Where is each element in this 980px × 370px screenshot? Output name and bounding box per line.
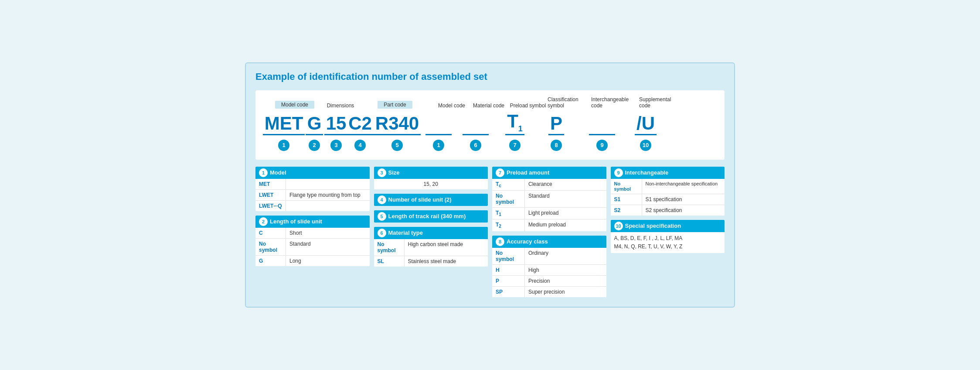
table-row: T2 Medium preload: [492, 219, 606, 231]
model-table: 1 Model MET LWET Flange type mounting fr…: [255, 167, 370, 211]
label-model-code-1: Model code: [264, 101, 325, 109]
interchangeable-header: 9 Interchangeable: [611, 167, 725, 179]
preload-amount-table: 7 Preload amount Tc Clearance No symbol …: [492, 167, 606, 231]
table-row: H High: [492, 265, 606, 276]
code-blank-9: [578, 115, 626, 135]
table-row: T1 Light preload: [492, 208, 606, 219]
material-type-header: 6 Material type: [374, 227, 488, 239]
table-row: No symbol Non-interchangeable specificat…: [611, 179, 725, 194]
interchangeable-table: 9 Interchangeable No symbol Non-intercha…: [611, 167, 725, 216]
table-row: 15, 20: [374, 179, 488, 189]
track-rail-length-header: 5 Length of track rail (340 mm): [374, 210, 488, 223]
special-spec-table: 10 Special specification A, BS, D, E, F,…: [611, 220, 725, 253]
diagram-section: Model code Dimensions Part code Model co…: [255, 90, 725, 159]
special-spec-header: 10 Special specification: [611, 220, 725, 232]
code-p: P: [534, 113, 578, 135]
num-10: 10: [626, 140, 665, 151]
num-1-met: 1: [264, 140, 303, 151]
accuracy-class-header: 8 Accuracy class: [492, 236, 606, 248]
code-blank-1: [421, 115, 456, 135]
num-3: 3: [325, 140, 347, 151]
num-1-blank: 1: [421, 140, 456, 151]
label-preload-symbol: Preload symbol: [508, 103, 548, 109]
model-table-header: 1 Model: [255, 167, 370, 179]
table-row: S1 S1 specification: [611, 194, 725, 205]
code-t1: T1: [495, 111, 534, 135]
table-row: SL Stainless steel made: [374, 256, 488, 267]
code-met: MET: [264, 113, 303, 135]
table-row: No symbol Standard: [255, 239, 370, 256]
size-table: 3 Size 15, 20: [374, 167, 488, 189]
material-type-table: 6 Material type No symbol High carbon st…: [374, 227, 488, 267]
num-8: 8: [534, 140, 578, 151]
slide-unit-length-table: 2 Length of slide unit C Short No symbol…: [255, 216, 370, 266]
table-row: No symbol Ordinary: [492, 248, 606, 265]
num-9: 9: [578, 140, 626, 151]
table-row: LWET Flange type mounting from top: [255, 190, 370, 201]
table-row: Tc Clearance: [492, 179, 606, 191]
num-slide-unit-header: 4 Number of slide unit (2): [374, 194, 488, 206]
main-container: Example of identification number of asse…: [245, 62, 735, 307]
table-row: C Short: [255, 228, 370, 239]
table-row: S2 S2 specification: [611, 205, 725, 216]
label-dimensions: Dimensions: [325, 103, 356, 109]
page-title: Example of identification number of asse…: [255, 71, 725, 82]
table-row: MET: [255, 179, 370, 190]
label-material-code: Material code: [469, 103, 508, 109]
num-7: 7: [495, 140, 534, 151]
code-blank-6: [456, 115, 495, 135]
tables-section: 1 Model MET LWET Flange type mounting fr…: [255, 167, 725, 297]
special-spec-list: A, BS, D, E, F, I , J, L, LF, MA M4, N, …: [611, 232, 725, 253]
track-rail-length-table: 5 Length of track rail (340 mm): [374, 210, 488, 223]
code-c2: C2: [347, 113, 373, 135]
code-g: G: [303, 113, 325, 135]
label-part-code: Part code: [356, 101, 434, 109]
preload-amount-header: 7 Preload amount: [492, 167, 606, 179]
table-row: P Precision: [492, 276, 606, 287]
label-interchangeable-code: Interchangeable code: [591, 96, 639, 109]
num-2: 2: [303, 140, 325, 151]
accuracy-class-table: 8 Accuracy class No symbol Ordinary H Hi…: [492, 236, 606, 297]
label-classification-symbol: Classification symbol: [548, 96, 591, 109]
slide-unit-length-header: 2 Length of slide unit: [255, 216, 370, 228]
table-row: No symbol Standard: [492, 191, 606, 208]
code-15: 15: [325, 113, 347, 135]
num-5: 5: [373, 140, 421, 151]
label-model-code-2: Model code: [434, 103, 469, 109]
table-row: No symbol High carbon steel made: [374, 239, 488, 256]
num-4: 4: [347, 140, 373, 151]
code-r340: R340: [373, 113, 421, 135]
code-u: /U: [626, 113, 665, 135]
label-supplemental-code: Supplemental code: [639, 96, 678, 109]
num-slide-unit-table: 4 Number of slide unit (2): [374, 194, 488, 206]
table-row: G Long: [255, 256, 370, 266]
size-table-header: 3 Size: [374, 167, 488, 179]
num-6: 6: [456, 140, 495, 151]
table-row: SP Super precision: [492, 287, 606, 297]
table-row: LWET···Q: [255, 201, 370, 211]
